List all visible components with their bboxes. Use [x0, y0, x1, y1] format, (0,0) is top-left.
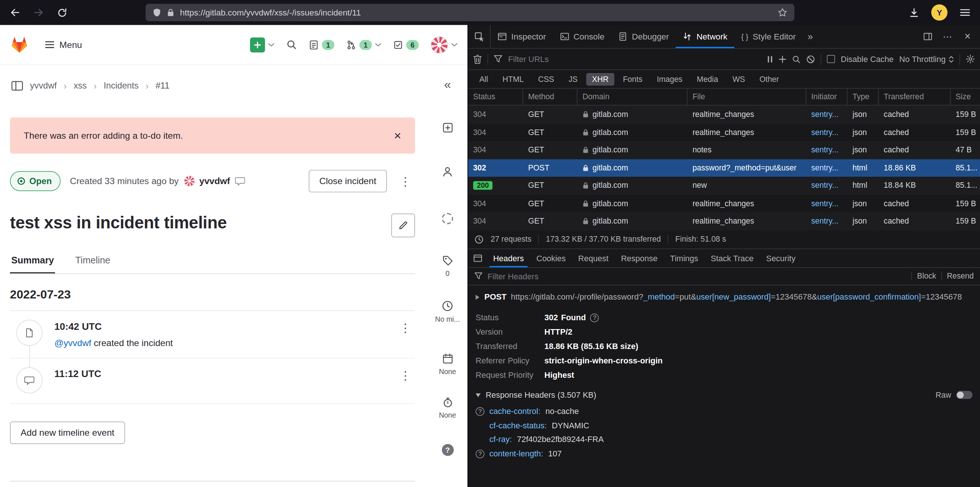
header-help-icon[interactable] [476, 449, 484, 458]
status-help-icon[interactable] [590, 313, 599, 322]
column-file[interactable]: File [687, 89, 807, 105]
user-avatar[interactable] [431, 36, 448, 53]
detail-tab-headers[interactable]: Headers [487, 249, 530, 267]
labels-icon[interactable]: 0 [428, 255, 468, 277]
tab-network[interactable]: Network [676, 25, 734, 48]
header-name[interactable]: content-length: [489, 447, 543, 461]
header-name[interactable]: cf-cache-status: [489, 419, 547, 433]
url-text[interactable]: https://gitlab.com/yvvdwf/xss/-/issues/i… [180, 8, 772, 17]
timeline-entry-menu-icon[interactable] [396, 370, 415, 381]
perf-clock-icon[interactable] [474, 235, 484, 244]
filter-ws[interactable]: WS [727, 73, 751, 85]
gitlab-logo[interactable] [10, 35, 29, 54]
assignee-icon[interactable] [428, 166, 468, 177]
author-name[interactable]: yvvdwf [199, 176, 230, 186]
search-requests-icon[interactable] [792, 55, 801, 63]
filter-other[interactable]: Other [754, 73, 784, 85]
column-initiator[interactable]: Initiator [806, 89, 848, 105]
block-requests-icon[interactable] [807, 55, 815, 63]
tab-style-editor[interactable]: Style Editor [735, 25, 803, 48]
filter-headers-input[interactable] [487, 271, 907, 281]
tab-debugger[interactable]: Debugger [611, 25, 676, 48]
header-help-icon[interactable] [476, 407, 484, 416]
alert-close-icon[interactable] [394, 129, 401, 142]
column-domain[interactable]: Domain [578, 89, 687, 105]
network-request-row[interactable]: 304 GET gitlab.com realtime_changes sent… [468, 212, 980, 230]
column-status[interactable]: Status [468, 89, 523, 105]
network-request-row[interactable]: 304 GET gitlab.com realtime_changes sent… [468, 123, 980, 141]
more-tabs-icon[interactable] [803, 25, 818, 48]
detail-tab-response[interactable]: Response [615, 249, 664, 267]
app-menu-icon[interactable] [960, 8, 970, 17]
filter-images[interactable]: Images [651, 73, 688, 85]
timeline-entry-menu-icon[interactable] [396, 322, 415, 334]
url-bar[interactable]: https://gitlab.com/yvvdwf/xss/-/issues/i… [145, 4, 794, 21]
filter-html[interactable]: HTML [496, 73, 529, 85]
disable-cache-label[interactable]: Disable Cache [841, 54, 894, 63]
issues-button[interactable]: 1 [309, 40, 334, 49]
reload-icon[interactable] [57, 8, 67, 17]
milestone-icon[interactable]: No mi... [428, 300, 468, 323]
column-method[interactable]: Method [523, 89, 578, 105]
menu-button[interactable]: Menu [45, 40, 82, 49]
column-type[interactable]: Type [848, 89, 879, 105]
expand-sidebar-icon[interactable] [428, 78, 468, 92]
close-incident-button[interactable]: Close incident [309, 170, 387, 192]
filter-css[interactable]: CSS [533, 73, 560, 85]
block-button[interactable]: Block [917, 271, 936, 281]
har-settings-gear-icon[interactable] [966, 54, 975, 63]
todos-button[interactable]: 6 [393, 40, 419, 49]
column-size[interactable]: Size [950, 89, 980, 105]
detail-tab-security[interactable]: Security [760, 249, 802, 267]
detail-tab-timings[interactable]: Timings [664, 249, 705, 267]
add-timeline-event-button[interactable]: Add new timeline event [10, 422, 125, 444]
breadcrumb-project[interactable]: xss [73, 81, 87, 90]
filter-urls-input[interactable] [508, 54, 761, 63]
todo-add-icon[interactable] [428, 122, 468, 133]
disable-cache-checkbox[interactable] [827, 55, 835, 63]
raw-toggle[interactable] [956, 391, 973, 399]
pick-element-icon[interactable] [468, 25, 491, 48]
network-request-row[interactable]: 304 GET gitlab.com realtime_changes sent… [468, 106, 980, 123]
time-tracking-icon[interactable]: None [428, 397, 468, 419]
downloads-icon[interactable] [910, 8, 919, 17]
breadcrumb-incidents[interactable]: Incidents [104, 81, 139, 90]
expand-request-icon[interactable] [476, 294, 479, 300]
account-avatar[interactable]: Y [931, 5, 948, 21]
help-icon[interactable] [428, 444, 468, 456]
network-request-row[interactable]: 200 GET gitlab.com new sentry... html 18… [468, 177, 980, 194]
filter-all[interactable]: All [474, 73, 494, 85]
shield-icon[interactable] [153, 8, 161, 17]
devtools-menu-icon[interactable] [939, 28, 956, 45]
merge-requests-button[interactable]: 1 [346, 40, 382, 49]
split-console-icon[interactable] [919, 28, 936, 45]
sidebar-toggle-icon[interactable] [11, 80, 23, 91]
response-headers-section[interactable]: Response Headers (3.507 KB) Raw [468, 385, 980, 405]
pause-icon[interactable] [767, 56, 773, 63]
breadcrumb-group[interactable]: yvvdwf [30, 81, 57, 90]
due-date-icon[interactable]: None [428, 354, 468, 375]
filter-media[interactable]: Media [691, 73, 724, 85]
severity-icon[interactable] [428, 213, 468, 224]
network-request-row[interactable]: 304 GET gitlab.com notes sentry... json … [468, 141, 980, 159]
filter-xhr[interactable]: XHR [586, 73, 614, 85]
forward-icon[interactable] [33, 7, 44, 17]
detail-tab-stack-trace[interactable]: Stack Trace [705, 249, 760, 267]
new-request-icon[interactable] [779, 56, 786, 63]
lock-icon[interactable] [167, 8, 174, 17]
author-link[interactable]: @yvvdwf [54, 338, 91, 348]
detail-tab-request[interactable]: Request [572, 249, 615, 267]
detail-tab-cookies[interactable]: Cookies [530, 249, 572, 267]
bookmark-star-icon[interactable] [778, 7, 788, 17]
author-avatar[interactable] [183, 176, 195, 187]
tab-console[interactable]: Console [553, 25, 611, 48]
column-transferred[interactable]: Transferred [879, 89, 951, 105]
clear-requests-icon[interactable] [473, 54, 482, 64]
edit-title-button[interactable] [391, 214, 415, 237]
network-request-row[interactable]: 304 GET gitlab.com realtime_changes sent… [468, 194, 980, 212]
devtools-close-icon[interactable] [959, 28, 976, 45]
back-icon[interactable] [10, 7, 20, 17]
filter-js[interactable]: JS [563, 73, 583, 85]
tab-inspector[interactable]: Inspector [491, 25, 553, 48]
tab-timeline[interactable]: Timeline [74, 250, 111, 273]
